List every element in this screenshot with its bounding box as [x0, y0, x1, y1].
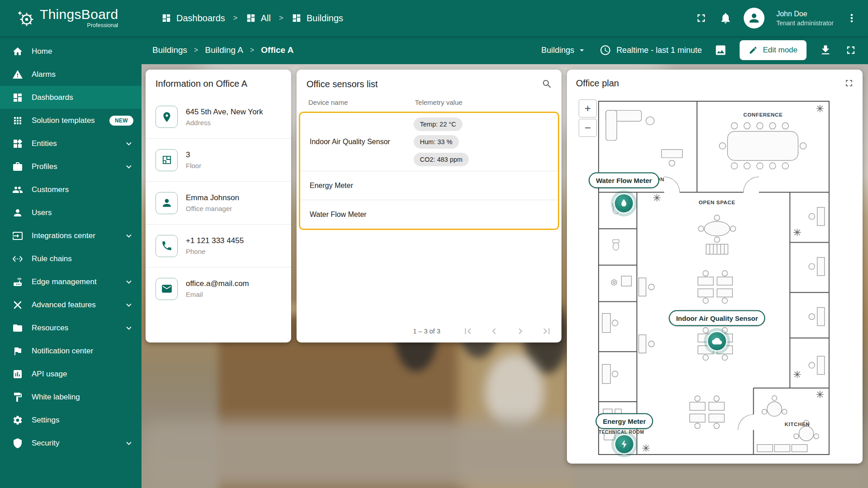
- header-menu-button[interactable]: [845, 12, 858, 24]
- page-range-label: 1 – 3 of 3: [413, 328, 440, 335]
- phone-value: +1 121 333 4455: [186, 236, 244, 245]
- first-page-icon: [462, 325, 474, 337]
- paginator: 1 – 3 of 3: [413, 325, 552, 337]
- phone-label: Phone: [186, 248, 244, 255]
- header-breadcrumb: Dashboards > All > Buildings: [161, 13, 343, 23]
- chevron-right-icon: [514, 325, 526, 337]
- chevron-down-icon: [124, 231, 133, 240]
- sidebar-item-profiles[interactable]: Profiles: [0, 155, 142, 178]
- brand-logo[interactable]: ThingsBoard Professional: [0, 8, 142, 28]
- plan-marker-indoor-air-quality-sensor[interactable]: [707, 331, 727, 352]
- sidebar-item-edge-management[interactable]: Edge management: [0, 270, 142, 293]
- plan-fullscreen-button[interactable]: [844, 78, 854, 89]
- chevron-down-icon: [124, 324, 133, 333]
- floor-plan-drawing: CONFERENCE RECEPTION OPEN SPACE KITCHEN …: [592, 96, 836, 460]
- timewindow-button[interactable]: Realtime - last 1 minute: [599, 44, 702, 56]
- plan-marker-label-indoor-air-quality-sensor[interactable]: Indoor Air Quality Sensor: [669, 310, 765, 326]
- export-button[interactable]: [819, 44, 832, 56]
- zoom-in-button[interactable]: +: [579, 99, 597, 117]
- sidebar-item-settings[interactable]: Settings: [0, 408, 142, 432]
- search-icon: [542, 79, 552, 89]
- breadcrumb-all[interactable]: All: [246, 13, 271, 23]
- breadcrumb-building-a-link[interactable]: Building A: [205, 45, 243, 55]
- chevron-down-icon: [124, 277, 133, 286]
- info-row-phone: +1 121 333 4455 Phone: [146, 224, 291, 267]
- floor-value: 3: [186, 150, 201, 160]
- air-cloud-icon: [712, 336, 722, 346]
- dashboard-breadcrumb: Buildings > Building A > Office A: [152, 45, 293, 55]
- office-plan-card: Office plan + −: [567, 70, 863, 464]
- sidebar-item-rule-chains[interactable]: Rule chains: [0, 247, 142, 270]
- device-name: Water Flow Meter: [300, 211, 414, 219]
- sidebar-item-entities[interactable]: Entities: [0, 132, 142, 155]
- chart-box-icon: [12, 369, 23, 380]
- bell-icon: [719, 12, 732, 24]
- sidebar: Home Alarms Dashboards Solution template…: [0, 36, 142, 488]
- breadcrumb-buildings-link[interactable]: Buildings: [152, 45, 187, 55]
- location-pin-icon: [156, 106, 178, 128]
- sidebar-item-integrations-center[interactable]: Integrations center: [0, 224, 142, 247]
- plan-marker-energy-meter[interactable]: [614, 434, 635, 455]
- edit-mode-button[interactable]: Edit mode: [740, 40, 807, 60]
- room-label-kitchen: KITCHEN: [785, 422, 810, 427]
- flag-icon: [12, 346, 23, 357]
- fullscreen-icon: [695, 12, 708, 24]
- device-name: Energy Meter: [300, 182, 414, 190]
- office-info-card: Information on Office A 645 5th Ave, New…: [146, 70, 291, 343]
- plan-marker-label-water-flow-meter[interactable]: Water Flow Meter: [589, 173, 659, 188]
- person-icon: [12, 207, 23, 218]
- breadcrumb-buildings[interactable]: Buildings: [292, 13, 343, 23]
- table-row-indoor-air-quality[interactable]: Indoor Air Quality Sensor Temp: 22 °C Hu…: [300, 113, 558, 171]
- dashboard-fullscreen-button[interactable]: [844, 44, 857, 56]
- plan-card-title: Office plan: [576, 78, 619, 89]
- brand-subtitle: Professional: [87, 22, 118, 28]
- table-row-water-flow-meter[interactable]: Water Flow Meter: [300, 200, 558, 229]
- ethernet-chain-icon: [12, 253, 23, 264]
- entity-select[interactable]: Buildings: [541, 45, 587, 55]
- dashboard-image-button[interactable]: [714, 44, 727, 56]
- info-row-address: 645 5th Ave, New York Address: [146, 95, 291, 138]
- sidebar-item-security[interactable]: Security: [0, 432, 142, 455]
- dashboard-canvas: Information on Office A 645 5th Ave, New…: [142, 64, 868, 488]
- sidebar-item-white-labeling[interactable]: White labeling: [0, 385, 142, 408]
- user-avatar[interactable]: [744, 8, 764, 28]
- dashboard-group-icon: [292, 13, 302, 23]
- fullscreen-button[interactable]: [695, 12, 708, 24]
- floor-plan-canvas[interactable]: + −: [567, 95, 863, 464]
- chevron-left-icon: [488, 325, 500, 337]
- sidebar-item-alarms[interactable]: Alarms: [0, 63, 142, 86]
- plan-marker-label-energy-meter[interactable]: Energy Meter: [595, 413, 653, 429]
- zoom-out-button[interactable]: −: [579, 119, 597, 137]
- sidebar-item-users[interactable]: Users: [0, 201, 142, 224]
- sidebar-item-resources[interactable]: Resources: [0, 316, 142, 339]
- next-page-button[interactable]: [514, 325, 526, 337]
- sidebar-item-notification-center[interactable]: Notification center: [0, 339, 142, 362]
- sidebar-item-solution-templates[interactable]: Solution templates NEW: [0, 109, 142, 132]
- sidebar-item-advanced-features[interactable]: Advanced features: [0, 293, 142, 316]
- briefcase-icon: [12, 161, 23, 172]
- address-label: Address: [186, 119, 263, 127]
- manager-value: Emma Johnson: [186, 193, 239, 202]
- phone-icon: [156, 235, 178, 257]
- brand-name: ThingsBoard: [40, 8, 118, 21]
- plan-marker-water-flow-meter[interactable]: [613, 193, 634, 214]
- clock-icon: [599, 44, 611, 56]
- first-page-button[interactable]: [462, 325, 474, 337]
- sidebar-item-home[interactable]: Home: [0, 40, 142, 63]
- table-row-energy-meter[interactable]: Energy Meter: [300, 171, 558, 200]
- sidebar-item-dashboards[interactable]: Dashboards: [0, 86, 142, 109]
- widgets-icon: [12, 138, 23, 149]
- search-button[interactable]: [542, 79, 552, 89]
- apps-grid-icon: [12, 115, 23, 126]
- energy-bolt-icon: [619, 439, 629, 449]
- telemetry-chip-co2: CO2: 483 ppm: [414, 153, 469, 166]
- image-icon: [714, 44, 727, 56]
- last-page-button[interactable]: [541, 325, 552, 337]
- dashboards-icon: [12, 92, 23, 103]
- breadcrumb-dashboards[interactable]: Dashboards: [161, 13, 225, 23]
- notifications-button[interactable]: [719, 12, 732, 24]
- sidebar-item-customers[interactable]: Customers: [0, 178, 142, 201]
- caret-down-icon: [577, 45, 587, 55]
- sidebar-item-api-usage[interactable]: API usage: [0, 362, 142, 385]
- previous-page-button[interactable]: [488, 325, 500, 337]
